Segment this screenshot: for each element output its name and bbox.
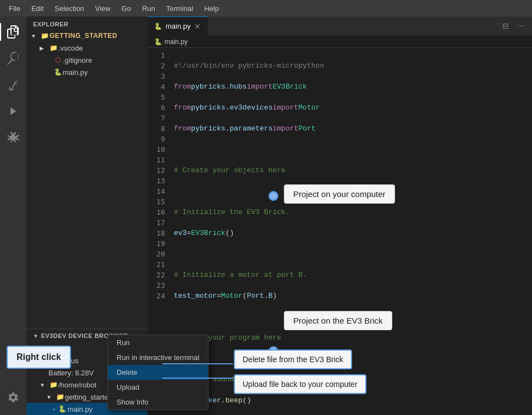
context-menu: Run Run in interactive terminal Delete U… [107, 335, 209, 410]
tree-gitignore[interactable]: ⬡ .gitignore [26, 54, 147, 66]
settings-activity-icon[interactable] [0, 384, 26, 411]
menu-terminal[interactable]: Terminal [162, 2, 198, 15]
python-icon: 🐍 [53, 68, 63, 76]
tab-mainpy[interactable]: 🐍 main.py ✕ [147, 17, 208, 36]
tab-bar: 🐍 main.py ✕ ⊟ ⋯ [147, 17, 532, 36]
python-tab-icon: 🐍 [154, 23, 162, 30]
search-activity-icon[interactable] [0, 45, 26, 72]
git-icon: ⬡ [53, 56, 63, 64]
python-icon: 🐍 [58, 405, 68, 413]
getting-started-label: GETTING_STARTED [50, 32, 147, 40]
breadcrumb-text: main.py [164, 38, 188, 46]
chevron-icon: ▼ [33, 333, 39, 339]
context-menu-run[interactable]: Run [108, 335, 208, 350]
menu-edit[interactable]: Edit [27, 2, 48, 15]
explorer-activity-icon[interactable] [0, 19, 26, 45]
tab-label: main.py [166, 22, 191, 30]
main-layout: Explorer ▼ 📁 GETTING_STARTED ▶ 📁 .vscode… [0, 17, 532, 415]
tree-mainpy-explorer[interactable]: 🐍 main.py [26, 66, 147, 78]
context-menu-run-interactive[interactable]: Run in interactive terminal [108, 350, 208, 365]
menu-bar: File Edit Selection View Go Run Terminal… [0, 0, 532, 17]
arrow-icon: ▶ [40, 45, 48, 51]
mainpy-explorer-label: main.py [63, 68, 147, 77]
more-actions-button[interactable]: ⋯ [514, 19, 528, 32]
source-control-activity-icon[interactable] [0, 72, 26, 98]
run-activity-icon[interactable] [0, 98, 26, 124]
tree-getting-started[interactable]: ▼ 📁 GETTING_STARTED [26, 30, 147, 42]
menu-run[interactable]: Run [138, 2, 160, 15]
folder-icon: 📁 [48, 381, 58, 389]
menu-selection[interactable]: Selection [50, 2, 88, 15]
online-dot: ● [42, 346, 45, 351]
menu-view[interactable]: View [91, 2, 115, 15]
menu-file[interactable]: File [4, 2, 25, 15]
gitignore-label: .gitignore [63, 56, 147, 64]
python-breadcrumb-icon: 🐍 [154, 38, 162, 46]
menu-help[interactable]: Help [200, 2, 223, 15]
tree-vscode[interactable]: ▶ 📁 .vscode [26, 42, 147, 54]
activity-bar [0, 17, 26, 415]
file-tree: ▼ 📁 GETTING_STARTED ▶ 📁 .vscode ⬡ .gitig… [26, 30, 147, 329]
folder-icon: 📁 [48, 44, 58, 52]
menu-go[interactable]: Go [117, 2, 135, 15]
breadcrumb: 🐍 main.py [147, 36, 532, 48]
folder-icon: 📁 [40, 32, 50, 40]
context-menu-upload[interactable]: Upload [108, 380, 208, 395]
split-editor-button[interactable]: ⊟ [499, 19, 512, 32]
arrow-icon: ▼ [40, 382, 48, 388]
explorer-header: Explorer [26, 17, 147, 30]
context-menu-delete[interactable]: Delete [108, 365, 208, 380]
extensions-activity-icon[interactable] [0, 124, 26, 151]
context-menu-show-info[interactable]: Show Info [108, 395, 208, 409]
tab-actions: ⊟ ⋯ [499, 19, 532, 32]
blue-dot: ● [53, 407, 56, 412]
folder-icon: 📁 [55, 393, 65, 401]
vscode-label: .vscode [58, 44, 147, 52]
arrow-icon: ▼ [31, 33, 40, 39]
arrow-icon: ▼ [33, 346, 42, 352]
tab-close-icon[interactable]: ✕ [194, 22, 201, 31]
code-content: #!/usr/bin/env pybricks-micropython from… [169, 48, 532, 415]
arrow-icon: ▼ [46, 394, 55, 400]
arrow-icon: ▼ [40, 358, 48, 364]
